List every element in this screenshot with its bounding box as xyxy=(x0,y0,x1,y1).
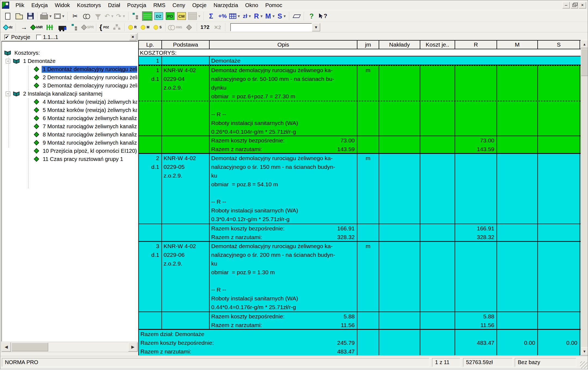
dzial-summary[interactable]: Razem dział: Demontaże Razem koszty bezp… xyxy=(139,330,581,355)
sort-zl-dropdown[interactable]: ▼ xyxy=(248,14,252,18)
r-insert-button[interactable]: R xyxy=(126,23,139,32)
menu-widok[interactable]: Widok xyxy=(51,1,74,10)
redo-button[interactable]: ↷▼ xyxy=(115,11,127,21)
eraser-button[interactable] xyxy=(291,11,302,21)
sort-zl-button[interactable]: zł▼ xyxy=(242,11,253,21)
bookmark-tree-button[interactable] xyxy=(130,11,142,21)
view-dz-button[interactable]: DZ xyxy=(153,11,164,21)
multiply-button[interactable]: ✕2 xyxy=(211,23,224,32)
print-dropdown[interactable]: ▼ xyxy=(48,14,53,18)
column-header-s[interactable]: S xyxy=(538,41,580,49)
scroll-left-button[interactable]: ◀ xyxy=(2,342,11,352)
preview-button[interactable]: ▼ xyxy=(53,11,66,21)
context-help-button[interactable]: ? xyxy=(317,11,329,21)
range-checkbox[interactable] xyxy=(36,35,41,40)
combobox-dropdown[interactable]: ▼ xyxy=(312,23,320,31)
tree-item-pozycja-5[interactable]: 5 Montaż korków (rewizja) żeliwnych kar xyxy=(2,106,137,114)
column-header-lp[interactable]: Lp. xyxy=(139,41,162,49)
tree-item-pozycja-1[interactable]: 1 Demontaż demolacyjny rurociągu żeliw xyxy=(2,65,137,73)
r-dropdown[interactable]: ▼ xyxy=(259,14,264,18)
position-3-r-section[interactable]: 1* -- R --Roboty instalacji sanitarnych … xyxy=(139,277,581,312)
filter-button[interactable] xyxy=(92,11,104,21)
position-1-summary[interactable]: Razem koszty bezpośrednie:73.00Razem z n… xyxy=(139,136,581,153)
view-po-button[interactable]: PO xyxy=(164,11,176,21)
m-dropdown[interactable]: ▼ xyxy=(271,14,275,18)
position-row-2[interactable]: 2d.1 KNR-W 4-020229-05z.o.2.9. Demontaż … xyxy=(139,154,581,242)
panel-close-button[interactable]: × xyxy=(129,34,136,40)
structure-button[interactable] xyxy=(69,23,81,32)
kosztorys-title-row[interactable]: KOSZTORYS: xyxy=(139,49,581,56)
view-kosztorys-button[interactable] xyxy=(142,11,153,21)
tree-item-pozycja-9[interactable]: 9 Montaż rurociągów żeliwnych kanaliza xyxy=(2,139,137,147)
undo-dropdown[interactable]: ▼ xyxy=(110,14,114,18)
column-header-podstawa[interactable]: Podstawa xyxy=(162,41,210,49)
collapse-icon[interactable]: − xyxy=(6,92,10,96)
tree-item-dzial-2[interactable]: − 2 Instalacja kanalizacji sanitarnej xyxy=(2,90,137,98)
position-row-3[interactable]: 3d.1 KNR-W 4-020229-06z.o.2.9. Demontaż … xyxy=(139,242,581,330)
tree-item-pozycja-10[interactable]: 10 Przejścia p/poż, kl oporności EI120) xyxy=(2,147,137,155)
resize-grip[interactable] xyxy=(580,361,587,368)
menu-edycja[interactable]: Edycja xyxy=(28,1,51,10)
menu-ceny[interactable]: Ceny xyxy=(169,1,189,10)
menu-okno[interactable]: Okno xyxy=(242,1,262,10)
position-3-summary[interactable]: Razem koszty bezpośrednie:5.88Razem z na… xyxy=(139,312,581,329)
preview-dropdown[interactable]: ▼ xyxy=(61,14,65,18)
tree-item-pozycja-6[interactable]: 6 Montaż rurociągów żeliwnych kanaliza xyxy=(2,114,137,122)
scroll-down-button[interactable]: ▼ xyxy=(581,347,588,355)
m-insert-button[interactable]: M xyxy=(139,23,151,32)
menu-opcje[interactable]: Opcje xyxy=(189,1,210,10)
position-2-description[interactable]: 2d.1 KNR-W 4-020229-05z.o.2.9. Demontaż … xyxy=(139,154,581,189)
table-layout-button[interactable]: ▼ xyxy=(228,11,242,21)
rms-find-button[interactable]: RMS xyxy=(167,23,183,32)
column-header-opis[interactable]: Opis xyxy=(210,41,357,49)
insert-dzial-button[interactable]: dz xyxy=(2,23,14,32)
s-rates-button[interactable]: S▼ xyxy=(276,11,288,21)
spr-button[interactable]: SPR xyxy=(81,23,95,32)
menu-plik[interactable]: Plik xyxy=(12,1,28,10)
tree-item-pozycja-3[interactable]: 3 Demontaż demolacyjny rurociągu żeliw xyxy=(2,81,137,90)
save-button[interactable] xyxy=(25,11,36,21)
position-row-1[interactable]: 1d.1 KNR-W 4-020229-04z.o.2.9. Demontaż … xyxy=(139,65,581,154)
menu-dzial[interactable]: Dział xyxy=(105,1,124,10)
column-header-naklady[interactable]: Nakłady xyxy=(379,41,420,49)
cut-button[interactable]: ✂ xyxy=(69,11,81,21)
tree-horizontal-scrollbar[interactable]: ◀ ▶ xyxy=(1,342,138,352)
scrollbar-thumb[interactable] xyxy=(11,343,48,351)
menu-pozycja[interactable]: Pozycja xyxy=(124,1,150,10)
position-2-summary[interactable]: Razem koszty bezpośrednie:166.91Razem z … xyxy=(139,224,581,241)
dzial-row[interactable]: 1 Demontaże xyxy=(139,56,581,65)
column-header-jm[interactable]: jm xyxy=(357,41,379,49)
pozycje-checkbox[interactable]: ✔ xyxy=(4,35,10,40)
help-button[interactable]: ? xyxy=(306,11,317,21)
view-table-dropdown[interactable]: ▼ xyxy=(197,14,201,18)
collapse-icon[interactable]: − xyxy=(6,59,10,63)
scroll-right-button[interactable]: ▶ xyxy=(128,342,137,352)
undo-button[interactable]: ↶▼ xyxy=(104,11,115,21)
tree-item-pozycja-7[interactable]: 7 Montaż rurociągów żeliwnych kanaliza xyxy=(2,122,137,130)
insert-knr-button[interactable]: kNR xyxy=(30,23,44,32)
s-dropdown[interactable]: ▼ xyxy=(283,14,287,18)
new-document-button[interactable] xyxy=(2,11,13,21)
r-rates-button[interactable]: R▼ xyxy=(253,11,265,21)
column-header-r[interactable]: R xyxy=(455,41,497,49)
tree-item-pozycja-11[interactable]: 11 Czas pracy rusztowań grupy 1 xyxy=(2,155,137,163)
close-button[interactable]: × xyxy=(579,2,586,8)
tree-item-pozycja-8[interactable]: 8 Montaż rurociągów żeliwnych kanaliza xyxy=(2,130,137,139)
menu-narzedzia[interactable]: Narzędzia xyxy=(210,1,242,10)
sum-button[interactable]: Σ xyxy=(206,11,217,21)
position-1-r-section[interactable]: 1* -- R --Roboty instalacji sanitarnych … xyxy=(139,101,581,136)
menu-rms[interactable]: RMS xyxy=(150,1,169,10)
column-header-m[interactable]: M xyxy=(497,41,538,49)
position-3-description[interactable]: 3d.1 KNR-W 4-020229-06z.o.2.9. Demontaż … xyxy=(139,242,581,277)
insert-position-button[interactable]: → xyxy=(18,23,30,32)
position-1-description[interactable]: 1d.1 KNR-W 4-020229-04z.o.2.9. Demontaż … xyxy=(139,66,581,101)
table-layout-dropdown[interactable]: ▼ xyxy=(237,14,241,18)
view-cm-button[interactable]: CM xyxy=(176,11,187,21)
table-vertical-scrollbar[interactable]: ▲ ▼ xyxy=(581,40,588,355)
restore-button[interactable] xyxy=(571,2,578,8)
m-rates-button[interactable]: M▼ xyxy=(265,11,277,21)
redo-dropdown[interactable]: ▼ xyxy=(122,14,126,18)
menu-pomoc[interactable]: Pomoc xyxy=(262,1,286,10)
rms-replace-button[interactable] xyxy=(183,23,195,32)
find-button[interactable] xyxy=(81,11,92,21)
